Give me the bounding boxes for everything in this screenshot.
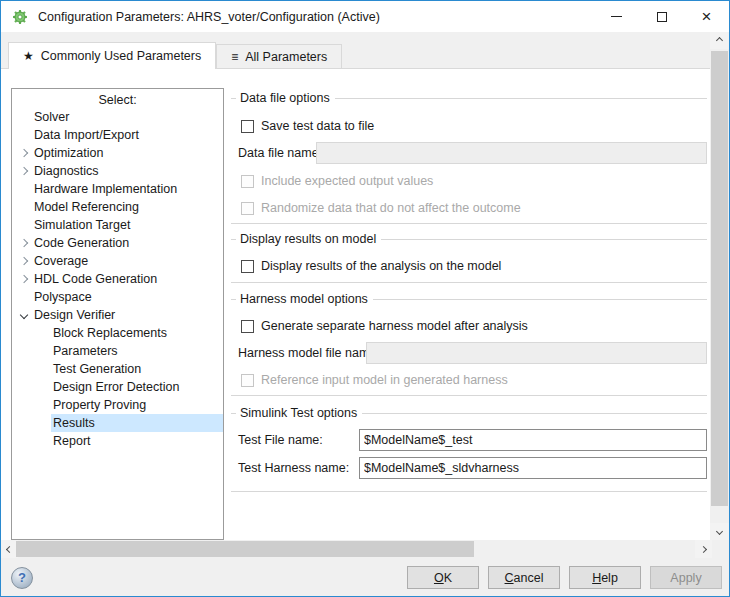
randomize-data-checkbox-row: Randomize data that do not affect the ou… <box>241 197 521 219</box>
harness-model-file-name-label: Harness model file name: <box>238 342 380 364</box>
include-expected-output-checkbox <box>241 175 254 188</box>
reference-input-model-checkbox <box>241 374 254 387</box>
harness-model-file-name-input[interactable] <box>366 342 707 364</box>
sidebar-item-coverage[interactable]: Coverage <box>12 252 223 270</box>
question-mark-icon: ? <box>18 570 26 585</box>
test-file-name-label: Test File name: <box>238 429 323 451</box>
list-icon: ≡ <box>231 50 238 64</box>
sidebar-item-parameters[interactable]: Parameters <box>12 342 223 360</box>
results-pane: Data file options Save test data to file… <box>229 69 710 540</box>
close-button[interactable]: × <box>684 1 729 32</box>
sidebar-item-simulation-target[interactable]: Simulation Target <box>12 216 223 234</box>
category-tree: Select: Solver Data Import/Export Optimi… <box>11 88 224 540</box>
sidebar-item-property-proving[interactable]: Property Proving <box>12 396 223 414</box>
tab-commonly-used-parameters[interactable]: ★ Commonly Used Parameters <box>8 42 216 69</box>
display-results-checkbox[interactable] <box>241 260 254 273</box>
generate-harness-checkbox[interactable] <box>241 320 254 333</box>
sidebar-item-design-verifier[interactable]: Design Verifier <box>12 306 223 324</box>
window-title: Configuration Parameters: AHRS_voter/Con… <box>38 10 380 24</box>
section-divider <box>231 223 707 224</box>
test-file-name-input[interactable] <box>359 429 707 451</box>
tab-all-parameters[interactable]: ≡ All Parameters <box>216 44 342 68</box>
minimize-icon <box>611 16 622 17</box>
sidebar-item-polyspace[interactable]: Polyspace <box>12 288 223 306</box>
sidebar-item-diagnostics[interactable]: Diagnostics <box>12 162 223 180</box>
sidebar-item-hardware-implementation[interactable]: Hardware Implementation <box>12 180 223 198</box>
tab-label: Commonly Used Parameters <box>41 49 201 63</box>
save-test-data-checkbox-row[interactable]: Save test data to file <box>241 115 374 137</box>
sidebar-item-code-generation[interactable]: Code Generation <box>12 234 223 252</box>
chevron-down-icon[interactable] <box>20 311 28 319</box>
scrollbar-corner <box>712 540 729 558</box>
tab-label: All Parameters <box>245 50 327 64</box>
maximize-button[interactable] <box>639 1 684 32</box>
maximize-icon <box>657 12 667 22</box>
horizontal-scrollbar-thumb[interactable] <box>16 541 474 557</box>
section-divider <box>231 395 707 396</box>
display-results-checkbox-row[interactable]: Display results of the analysis on the m… <box>241 255 501 277</box>
section-divider <box>231 282 707 283</box>
close-icon: × <box>702 8 712 25</box>
chevron-right-icon[interactable] <box>20 149 28 157</box>
star-icon: ★ <box>23 49 34 63</box>
sidebar-item-test-generation[interactable]: Test Generation <box>12 360 223 378</box>
ok-button[interactable]: OK <box>407 566 479 589</box>
section-divider <box>231 491 707 492</box>
chevron-right-icon[interactable] <box>20 167 28 175</box>
sidebar-item-block-replacements[interactable]: Block Replacements <box>12 324 223 342</box>
data-file-name-input[interactable] <box>316 142 707 164</box>
title-bar[interactable]: Configuration Parameters: AHRS_voter/Con… <box>1 1 729 32</box>
group-title-simulink-test-options: Simulink Test options <box>231 402 707 424</box>
horizontal-scrollbar[interactable] <box>1 540 712 558</box>
chevron-right-icon[interactable] <box>20 239 28 247</box>
sidebar-item-data-import-export[interactable]: Data Import/Export <box>12 126 223 144</box>
sidebar-item-report[interactable]: Report <box>12 432 223 450</box>
group-title-display-results: Display results on model <box>231 228 707 250</box>
sidebar-item-design-error-detection[interactable]: Design Error Detection <box>12 378 223 396</box>
footer-bar: ? OK Cancel Help Apply <box>1 558 729 597</box>
help-icon-button[interactable]: ? <box>11 567 33 589</box>
chevron-right-icon <box>700 545 707 552</box>
cancel-button[interactable]: Cancel <box>488 566 560 589</box>
test-harness-name-label: Test Harness name: <box>238 457 349 479</box>
minimize-button[interactable] <box>594 1 639 32</box>
apply-button: Apply <box>650 566 722 589</box>
chevron-left-icon <box>6 545 13 552</box>
randomize-data-checkbox <box>241 202 254 215</box>
tab-page: Select: Solver Data Import/Export Optimi… <box>1 69 710 540</box>
chevron-up-icon <box>716 37 723 44</box>
vertical-scrollbar-thumb[interactable] <box>711 51 728 506</box>
generate-harness-checkbox-row[interactable]: Generate separate harness model after an… <box>241 315 528 337</box>
sidebar-item-optimization[interactable]: Optimization <box>12 144 223 162</box>
vertical-scrollbar[interactable] <box>710 32 729 540</box>
include-expected-output-checkbox-row: Include expected output values <box>241 170 433 192</box>
data-file-name-label: Data file name: <box>238 142 322 164</box>
chevron-down-icon <box>716 528 723 535</box>
configuration-parameters-dialog: Configuration Parameters: AHRS_voter/Con… <box>0 0 730 597</box>
group-title-harness-model-options: Harness model options <box>231 288 707 310</box>
tab-bar: ★ Commonly Used Parameters ≡ All Paramet… <box>1 32 710 69</box>
scroll-right-button[interactable] <box>695 540 712 558</box>
sidebar-item-solver[interactable]: Solver <box>12 108 223 126</box>
group-title-data-file-options: Data file options <box>231 87 707 109</box>
chevron-right-icon[interactable] <box>20 275 28 283</box>
sidebar-item-model-referencing[interactable]: Model Referencing <box>12 198 223 216</box>
help-button[interactable]: Help <box>569 566 641 589</box>
configuration-gear-icon <box>12 9 28 25</box>
sidebar-item-hdl-code-generation[interactable]: HDL Code Generation <box>12 270 223 288</box>
save-test-data-checkbox[interactable] <box>241 120 254 133</box>
tree-header: Select: <box>12 89 223 108</box>
test-harness-name-input[interactable] <box>359 457 707 479</box>
reference-input-model-checkbox-row: Reference input model in generated harne… <box>241 369 508 391</box>
scroll-down-button[interactable] <box>710 523 729 540</box>
chevron-right-icon[interactable] <box>20 257 28 265</box>
scroll-up-button[interactable] <box>710 32 729 49</box>
sidebar-item-results[interactable]: Results <box>12 414 223 432</box>
